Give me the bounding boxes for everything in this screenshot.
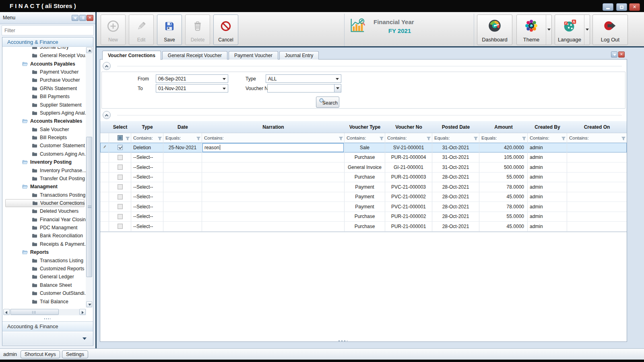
filter-cell-select[interactable] (109, 133, 131, 142)
filter-cell-posted-date[interactable]: Equals: (432, 133, 479, 142)
row-checkbox[interactable] (118, 155, 123, 160)
row-checkbox[interactable] (118, 184, 123, 189)
dropdown-arrow[interactable] (546, 15, 551, 45)
narration-edit-input[interactable]: reason (202, 143, 344, 152)
row-checkbox[interactable] (118, 145, 123, 150)
filter-cell-type[interactable]: Contains: (131, 133, 163, 142)
tree-item-voucher-corrections[interactable]: Voucher Corrections (5, 199, 85, 207)
close-button[interactable]: ✕ (629, 3, 640, 11)
tab-close-button[interactable]: ✕ (618, 51, 625, 58)
search-button[interactable]: Search (316, 97, 339, 108)
save-button[interactable]: Save (157, 14, 182, 45)
tree-item-reports[interactable]: Reports (3, 248, 86, 256)
tab-voucher-corrections[interactable]: Voucher Corrections (102, 51, 161, 60)
cell-type[interactable]: --Select-- (131, 192, 163, 202)
settings-button[interactable]: Settings (62, 350, 88, 358)
cell-type[interactable]: --Select-- (131, 153, 163, 162)
tree-item-pdc-managment[interactable]: PDC Managment (3, 224, 86, 232)
cell-type[interactable]: --Select-- (131, 162, 163, 172)
tree-item-managment[interactable]: Managment (3, 183, 86, 191)
tree-item-customers-aging-an[interactable]: Customers Aging An... (3, 150, 86, 158)
filter-funnel-icon[interactable] (561, 136, 566, 142)
tree-item-customized-reports[interactable]: Customized Reports (3, 265, 86, 273)
shortcut-keys-button[interactable]: Shortcut Keys (21, 350, 60, 358)
column-header-voucher-type[interactable]: Voucher Type (345, 121, 385, 133)
tree-item-inventory-posting[interactable]: Inventory Posting (3, 158, 86, 166)
grid-row[interactable]: --Select--PurchasePUR-21-00000328-Oct-20… (100, 173, 627, 183)
grid-row[interactable]: --Select--PurchasePUR-21-00000128-Oct-20… (100, 222, 627, 232)
row-checkbox[interactable] (118, 194, 123, 200)
edit-button[interactable]: Edit (129, 14, 154, 45)
menu-filter-input[interactable] (2, 25, 94, 35)
cell-type[interactable]: --Select-- (131, 182, 163, 192)
log-out-button[interactable]: Log Out (592, 14, 628, 45)
tree-item-customer-outstandi[interactable]: Customer OutStandi... (3, 289, 86, 297)
filter-cell-voucher-no[interactable]: Contains: (385, 133, 432, 142)
collapse-grid-button[interactable] (103, 111, 111, 119)
type-combo[interactable]: ALL (266, 74, 341, 83)
scroll-down-button[interactable] (86, 301, 92, 307)
tree-item-bill-payments[interactable]: Bill Payments (3, 93, 86, 101)
tree-item-trial-balance[interactable]: Trial Balance (3, 297, 86, 305)
filter-funnel-icon[interactable] (126, 136, 130, 142)
delete-button[interactable]: Delete (185, 14, 210, 45)
maximize-button[interactable] (616, 3, 627, 11)
tab-payment-voucher[interactable]: Payment Voucher (229, 51, 278, 60)
cell-type[interactable]: --Select-- (131, 173, 163, 182)
tree-item-journal-entry[interactable]: Journal Entry (3, 47, 86, 51)
filter-funnel-icon[interactable] (522, 136, 526, 142)
menu-collapse-button[interactable] (72, 15, 78, 21)
tree-item-general-ledger[interactable]: General Ledger (3, 273, 86, 281)
tree-item-transfer-out-posting[interactable]: Transfer Out Posting (3, 175, 86, 183)
filter-cell-voucher-type[interactable]: Contains: (345, 133, 385, 142)
filter-funnel-icon[interactable] (380, 136, 384, 142)
filter-funnel-icon[interactable] (196, 136, 200, 142)
tree-item-accounts-receivables[interactable]: Accounts Receivables (3, 117, 86, 125)
cell-type[interactable]: Deletion (131, 143, 163, 152)
cell-type[interactable]: --Select-- (131, 222, 163, 231)
menu-close-button[interactable]: ✕ (87, 15, 93, 21)
row-checkbox[interactable] (118, 175, 123, 180)
grid-row[interactable]: --Select--PurchasePUR-21-00000431-Oct-20… (100, 153, 627, 163)
from-date-combo[interactable]: 06-Sep-2021 (156, 74, 228, 83)
cancel-button[interactable]: Cancel (213, 14, 238, 45)
tree-item-deleted-vouchers[interactable]: Deleted Vouchers (3, 207, 86, 215)
tree-item-supplier-statement[interactable]: Supplier Statement (3, 101, 86, 109)
row-checkbox[interactable] (118, 214, 123, 219)
filter-cell-date[interactable]: Equals: (163, 133, 202, 142)
new-button[interactable]: New (101, 14, 126, 45)
grid-row[interactable]: Deletion25-Nov-2021reasonSaleSV-21-00000… (100, 143, 627, 153)
column-header-created-on[interactable]: Created On (567, 121, 627, 133)
tree-item-payment-voucher[interactable]: Payment Voucher (3, 68, 86, 76)
tree-item-suppliers-aging-anal[interactable]: Suppliers Aging Anal... (3, 109, 86, 117)
tree-item-bank-reconciliation[interactable]: Bank Reconciliation (3, 232, 86, 240)
minimize-button[interactable] (603, 3, 613, 11)
scroll-left-button[interactable] (3, 309, 10, 315)
tab-general-receipt-voucher[interactable]: General Receipt Voucher (162, 51, 227, 60)
column-header-created-by[interactable]: Created By (528, 121, 567, 133)
sidebar-bottom-selector[interactable] (2, 332, 93, 345)
column-header-voucher-no[interactable]: Voucher No (385, 121, 432, 133)
grid-row[interactable]: --Select--PaymentPVC-21-00000228-Oct-202… (100, 192, 627, 202)
filter-cell-amount[interactable]: Equals: (479, 133, 528, 142)
dropdown-arrow[interactable] (584, 15, 590, 45)
column-header-narration[interactable]: Narration (202, 121, 345, 133)
voucher-no-combo[interactable] (267, 84, 341, 93)
tree-horizontal-scrollbar[interactable] (3, 309, 86, 315)
tab-journal-entry[interactable]: Journal Entry (279, 51, 319, 60)
scroll-up-button[interactable] (86, 47, 92, 53)
panel-resize-grip[interactable] (339, 340, 347, 342)
language-button[interactable]: AZLanguage (555, 14, 590, 45)
grid-row[interactable]: --Select--General InvoiceGI-21-00000131-… (100, 162, 627, 173)
grid-row[interactable]: --Select--PaymentPVC-21-00000128-Oct-202… (100, 202, 627, 212)
theme-button[interactable]: Theme (516, 14, 552, 45)
tree-item-transactions-posting[interactable]: Transactions Posting (3, 191, 86, 199)
scroll-right-button[interactable] (79, 309, 86, 315)
row-checkbox[interactable] (118, 165, 123, 170)
column-header-date[interactable]: Date (163, 121, 202, 133)
scrollbar-thumb[interactable] (10, 309, 59, 315)
tree-vertical-scrollbar[interactable] (86, 47, 93, 308)
tab-list-dropdown-button[interactable] (611, 51, 617, 58)
column-header-amount[interactable]: Amount (479, 121, 528, 133)
filter-funnel-icon[interactable] (621, 136, 625, 142)
